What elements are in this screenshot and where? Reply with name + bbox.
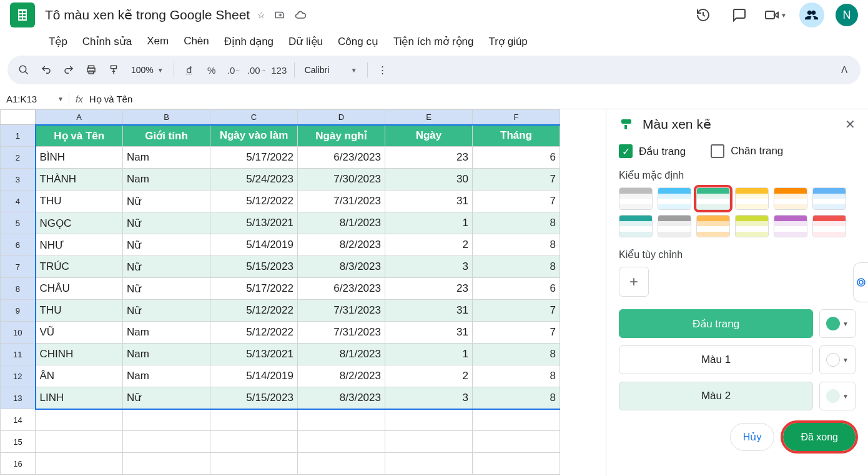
row-header[interactable]: 14	[1, 409, 36, 431]
sidebar-title: Màu xen kẽ	[643, 117, 836, 132]
preset-style[interactable]	[658, 187, 691, 210]
more-toolbar-icon[interactable]: ⋮	[373, 60, 393, 80]
star-icon[interactable]: ☆	[257, 10, 265, 20]
percent-button[interactable]: %	[202, 60, 222, 80]
zoom-select[interactable]: 100%▼	[126, 65, 169, 75]
row-header[interactable]: 3	[1, 169, 36, 191]
row-header[interactable]: 8	[1, 278, 36, 300]
menu-data[interactable]: Dữ liệu	[287, 32, 324, 51]
color1-label: Màu 1	[619, 345, 813, 374]
cancel-button[interactable]: Hủy	[730, 423, 775, 451]
sheets-logo[interactable]	[10, 2, 35, 27]
preset-style[interactable]	[696, 187, 730, 210]
font-select[interactable]: Calibri▼	[300, 65, 362, 75]
number-format-button[interactable]: 123	[269, 60, 289, 80]
share-button[interactable]	[799, 2, 824, 27]
preset-style[interactable]	[619, 187, 653, 210]
row-header[interactable]: 1	[1, 125, 36, 147]
side-panel-toggle[interactable]	[853, 262, 868, 302]
preset-style[interactable]	[735, 187, 769, 210]
formula-input[interactable]: Họ và Tên	[89, 94, 133, 105]
svg-rect-0	[766, 11, 774, 19]
spreadsheet-grid[interactable]: ABCDEF1Họ và TênGiới tínhNgày vào làmNgà…	[0, 109, 560, 475]
paint-format-icon[interactable]	[104, 60, 124, 80]
undo-icon[interactable]	[36, 60, 56, 80]
close-icon[interactable]: ✕	[845, 117, 856, 132]
menu-bar: Tệp Chỉnh sửa Xem Chèn Định dạng Dữ liệu…	[0, 30, 868, 56]
menu-file[interactable]: Tệp	[47, 32, 69, 51]
column-header[interactable]: C	[210, 110, 298, 125]
row-header[interactable]: 10	[1, 322, 36, 344]
column-header[interactable]: A	[36, 110, 123, 125]
style-presets	[619, 187, 856, 237]
svg-point-1	[19, 66, 26, 72]
row-header[interactable]: 4	[1, 191, 36, 212]
alternating-colors-sidebar: Màu xen kẽ ✕ ✓Đầu trang Chân trang Kiểu …	[606, 109, 868, 476]
column-header[interactable]: E	[385, 110, 473, 125]
custom-styles-label: Kiểu tùy chỉnh	[619, 249, 856, 260]
menu-tools[interactable]: Công cụ	[337, 32, 380, 51]
paint-roller-icon	[619, 117, 634, 132]
preset-style[interactable]	[735, 215, 769, 237]
row-header[interactable]: 13	[1, 387, 36, 409]
menu-format[interactable]: Định dạng	[223, 32, 275, 51]
preset-style[interactable]	[696, 215, 730, 237]
doc-title[interactable]: Tô màu xen kẽ trong Google Sheet	[45, 7, 250, 22]
row-header[interactable]: 15	[1, 431, 36, 453]
row-header[interactable]: 12	[1, 365, 36, 387]
menu-insert[interactable]: Chèn	[182, 32, 210, 51]
meet-icon[interactable]: ▼	[763, 2, 788, 27]
comment-icon[interactable]	[727, 2, 752, 27]
svg-point-5	[857, 279, 865, 286]
column-header[interactable]: F	[473, 110, 560, 125]
row-header[interactable]: 2	[1, 147, 36, 169]
row-header[interactable]: 6	[1, 234, 36, 256]
menu-help[interactable]: Trợ giúp	[488, 32, 529, 51]
preset-style[interactable]	[774, 215, 807, 237]
preset-style[interactable]	[774, 187, 807, 210]
redo-icon[interactable]	[59, 60, 79, 80]
preset-style[interactable]	[812, 187, 846, 210]
history-icon[interactable]	[691, 2, 716, 27]
header-checkbox[interactable]: ✓Đầu trang	[619, 144, 686, 158]
preset-style[interactable]	[619, 215, 653, 237]
preset-style[interactable]	[658, 215, 691, 237]
search-icon[interactable]	[14, 60, 34, 80]
increase-decimal-button[interactable]: .00→	[247, 60, 267, 80]
header-color-label: Đầu trang	[619, 309, 813, 338]
row-header[interactable]: 11	[1, 344, 36, 365]
preset-style[interactable]	[812, 215, 846, 237]
color1-picker[interactable]: ▼	[819, 345, 856, 374]
menu-extensions[interactable]: Tiện ích mở rộng	[392, 32, 475, 51]
collapse-toolbar-icon[interactable]: ᐱ	[834, 60, 854, 80]
row-header[interactable]: 7	[1, 256, 36, 278]
default-styles-label: Kiểu mặc định	[619, 169, 856, 181]
add-custom-style-button[interactable]: +	[619, 267, 649, 297]
row-header[interactable]: 16	[1, 453, 36, 475]
fx-icon: fx	[76, 94, 83, 104]
row-header[interactable]: 9	[1, 300, 36, 322]
print-icon[interactable]	[81, 60, 101, 80]
move-icon[interactable]	[274, 9, 285, 21]
name-box[interactable]: A1:K13▼	[6, 94, 69, 104]
row-header[interactable]: 5	[1, 212, 36, 234]
user-avatar[interactable]: N	[836, 4, 858, 26]
column-header[interactable]: D	[298, 110, 385, 125]
decrease-decimal-button[interactable]: .0←	[224, 60, 244, 80]
menu-view[interactable]: Xem	[145, 32, 170, 51]
color2-label: Màu 2	[619, 382, 813, 410]
done-button[interactable]: Đã xong	[783, 423, 856, 451]
color2-picker[interactable]: ▼	[819, 382, 856, 410]
menu-edit[interactable]: Chỉnh sửa	[81, 32, 133, 51]
cloud-icon[interactable]	[294, 9, 307, 21]
footer-checkbox[interactable]: Chân trang	[711, 144, 783, 158]
header-color-picker[interactable]: ▼	[819, 309, 856, 338]
currency-button[interactable]: ₫	[179, 60, 199, 80]
toolbar: 100%▼ ₫ % .0← .00→ 123 Calibri▼ ⋮ ᐱ	[7, 56, 861, 84]
column-header[interactable]: B	[123, 110, 210, 125]
